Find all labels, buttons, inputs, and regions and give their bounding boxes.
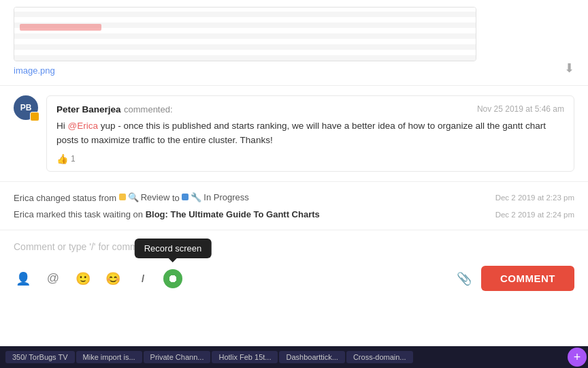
commented-label: commented: [124,104,173,114]
record-tooltip: Record screen [135,239,212,258]
like-count: 1 [71,154,76,164]
main-container: image.png ⬇ PB Peter Banerjea commented:… [0,0,588,368]
comment-row: PB Peter Banerjea commented: Nov 25 2019… [14,95,574,172]
comment-section: PB Peter Banerjea commented: Nov 25 2019… [0,86,588,182]
toolbar-row: 👤 @ 🙂 😊 / Record screen ⏺ 📎 COMMENT [14,266,574,291]
comment-body: Hi @Erica yup - once this is published a… [56,119,564,148]
taskbar-item-3[interactable]: Hotlix Feb 15t... [212,351,278,363]
at-icon[interactable]: @ [44,269,63,288]
activity-timestamp-2: Dec 2 2019 at 2:24 pm [495,211,574,219]
taskbar: 350/ TorBugs TV Mike import is... Privat… [0,346,588,368]
avatar-badge [30,112,39,121]
comment-meta: Peter Banerjea commented: [56,103,173,115]
comment-button[interactable]: COMMENT [481,266,574,291]
slash-command-icon[interactable]: / [133,269,152,288]
comment-body-prefix: Hi [56,121,68,131]
comment-header: Peter Banerjea commented: Nov 25 2019 at… [56,103,564,115]
task-link[interactable]: Blog: The Ultimate Guide To Gantt Charts [146,209,320,219]
image-table-mock [14,7,476,61]
taskbar-item-0[interactable]: 350/ TorBugs TV [5,351,75,363]
image-thumbnail [14,7,476,61]
image-inner: image.png [14,7,476,76]
taskbar-item-4[interactable]: Dashboarttick... [279,351,344,363]
comment-mention[interactable]: @Erica [68,121,98,131]
activity-prefix-1: Erica changed status from [14,192,119,202]
activity-text-2: Erica marked this task waiting on Blog: … [14,209,482,219]
comment-input-section: Comment or type '/' for commands 👤 @ 🙂 😊… [0,230,588,346]
taskbar-item-1[interactable]: Mike import is... [76,351,142,363]
activity-timestamp-1: Dec 2 2019 at 2:23 pm [495,194,574,202]
attach-icon[interactable]: 📎 [457,271,472,286]
avatar: PB [14,95,38,120]
comment-timestamp: Nov 25 2019 at 5:46 am [477,104,564,114]
like-row: 👍 1 [56,153,564,164]
activity-text-1: Erica changed status from 🔍 Review to 🔧 … [14,192,482,203]
image-section: image.png ⬇ [0,0,588,86]
person-icon[interactable]: 👤 [14,269,33,288]
commenter-name: Peter Banerjea [56,104,121,114]
download-icon[interactable]: ⬇ [564,61,574,76]
fab-button[interactable]: + [568,348,587,367]
comment-bubble: Peter Banerjea commented: Nov 25 2019 at… [46,95,574,172]
activity-prefix-2: Erica marked this task waiting on [14,209,146,219]
comment-input-placeholder[interactable]: Comment or type '/' for commands [14,239,574,260]
to-status-label: In Progress [203,192,248,202]
image-link[interactable]: image.png [14,65,55,76]
toolbar-icons: 👤 @ 🙂 😊 / Record screen ⏺ [14,269,182,288]
to-status-tag: 🔧 In Progress [182,192,248,202]
yellow-dot [119,194,126,200]
taskbar-item-5[interactable]: Cross-domain... [346,351,413,363]
comment-body-suffix: yup - once this is published and starts … [56,121,546,145]
comment-right: 📎 COMMENT [457,266,574,291]
activity-row-2: Erica marked this task waiting on Blog: … [14,206,574,223]
emoji-icon[interactable]: 😊 [103,269,122,288]
smiley-face-icon[interactable]: 🙂 [74,269,93,288]
activity-row-1: Erica changed status from 🔍 Review to 🔧 … [14,189,574,206]
blue-dot [182,194,189,200]
to-label: to [172,192,182,202]
record-tooltip-wrapper: Record screen ⏺ [163,269,182,288]
taskbar-item-2[interactable]: Private Chann... [144,351,211,363]
from-status-tag: 🔍 Review [119,192,170,202]
record-screen-icon[interactable]: ⏺ [163,269,182,288]
activity-section: Erica changed status from 🔍 Review to 🔧 … [0,182,588,230]
thumbs-up-icon[interactable]: 👍 [56,153,68,164]
from-status-label: Review [141,192,170,202]
